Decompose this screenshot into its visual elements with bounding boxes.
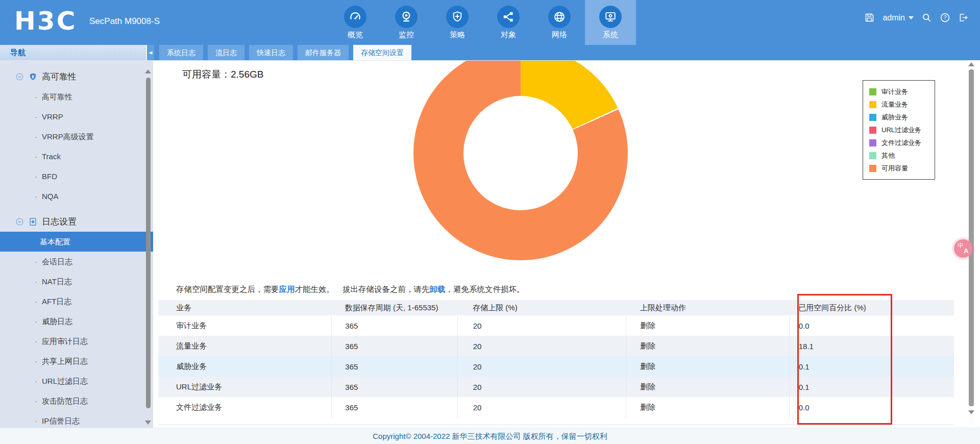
bullet-icon: ·: [35, 277, 37, 286]
table-cell: 365: [332, 336, 457, 356]
sidebar-item-threat-log[interactable]: ·威胁日志: [0, 311, 153, 331]
sidebar-group-high-availability-group[interactable]: 高可靠性: [0, 66, 153, 87]
sidebar-item-app-audit-log[interactable]: ·应用审计日志: [0, 331, 153, 351]
sidebar-item-basic-config[interactable]: 基本配置: [0, 232, 153, 252]
donut-hole: [463, 96, 578, 210]
unmount-link[interactable]: 卸载: [430, 285, 446, 293]
apply-link[interactable]: 应用: [279, 285, 295, 293]
table-cell: 审计业务: [158, 315, 332, 336]
legend-swatch: [869, 127, 876, 134]
bullet-icon: ·: [35, 192, 37, 201]
topnav-item-overview[interactable]: 概览: [330, 0, 381, 45]
legend-label: 其他: [881, 151, 895, 160]
sidebar-item-label: 高可靠性: [42, 92, 72, 101]
gauge-icon: [344, 6, 366, 28]
translate-en-glyph: A: [964, 247, 968, 255]
table-row[interactable]: 文件过滤业务36520删除0.0: [158, 397, 954, 417]
legend-swatch: [869, 101, 876, 108]
sidebar-item-nqa[interactable]: ·NQA: [0, 186, 153, 206]
share-nodes-icon: [497, 6, 520, 28]
tab-system-log[interactable]: 系统日志: [159, 45, 203, 60]
sidebar-item-attack-defense-log[interactable]: ·攻击防范日志: [0, 391, 153, 411]
sidebar-item-url-filter-log[interactable]: ·URL过滤日志: [0, 371, 153, 391]
sidebar-item-label: NAT日志: [42, 277, 72, 286]
tab-flow-log[interactable]: 流日志: [208, 45, 244, 60]
sidebar-item-label: Track: [42, 152, 61, 161]
topnav-item-monitor[interactable]: 监控: [381, 0, 432, 45]
bullet-icon: ·: [35, 357, 37, 365]
storage-chart-area: 可用容量：2.56GB 审计业务流量业务威胁业务URL过滤业务文件过滤业务其他可…: [153, 61, 968, 263]
logout-icon[interactable]: [958, 12, 969, 23]
table-row[interactable]: 威胁业务36520删除0.1: [158, 356, 954, 377]
table-cell: 删除: [626, 356, 790, 377]
sidebar-item-label: 会话日志: [42, 257, 72, 266]
tab-strip-row: 导航 ◀ 系统日志流日志快速日志邮件服务器存储空间设置: [0, 45, 980, 60]
shield-icon: [28, 72, 38, 82]
sidebar-item-nat-log[interactable]: ·NAT日志: [0, 272, 153, 291]
table-cell: 18.1: [789, 336, 954, 356]
table-row[interactable]: 流量业务36520删除18.1: [158, 336, 954, 356]
scroll-down-icon[interactable]: [968, 410, 974, 414]
help-icon[interactable]: ?: [940, 12, 950, 23]
topnav-item-system[interactable]: 系统: [585, 0, 636, 45]
table-cell: 0.0: [789, 315, 954, 336]
table-cell: 0.1: [789, 356, 954, 377]
table-cell: 20: [457, 377, 626, 397]
sidebar-collapse-button[interactable]: ◀: [146, 45, 154, 60]
sidebar-item-bfd[interactable]: ·BFD: [0, 166, 153, 186]
sidebar-group-log-settings-group[interactable]: 日志设置: [0, 211, 153, 232]
table-cell: 20: [457, 315, 626, 336]
legend-swatch: [869, 165, 876, 172]
column-header: 已用空间百分比 (%): [789, 300, 954, 315]
page-scrollbar-thumb[interactable]: [969, 69, 974, 406]
sidebar-item-session-log[interactable]: ·会话日志: [0, 252, 153, 272]
sidebar-item-label: 基本配置: [40, 237, 70, 246]
user-menu[interactable]: admin: [883, 13, 914, 22]
table-row[interactable]: URL过滤业务36520删除0.1: [158, 377, 954, 397]
sidebar-item-aft-log[interactable]: ·AFT日志: [0, 291, 153, 311]
sidebar-item-vrrp[interactable]: ·VRRP: [0, 107, 153, 127]
scroll-down-icon[interactable]: [145, 421, 151, 425]
search-icon[interactable]: [921, 12, 932, 23]
sidebar-item-track[interactable]: ·Track: [0, 146, 153, 166]
sidebar-group-label: 日志设置: [42, 216, 77, 228]
sidebar-item-label: VRRP: [42, 112, 63, 121]
sidebar-item-label: 共享上网日志: [42, 357, 88, 365]
legend-label: 可用容量: [881, 164, 908, 173]
tab-storage-settings[interactable]: 存储空间设置: [353, 45, 411, 60]
svg-text:?: ?: [943, 14, 946, 20]
collapse-circle-icon[interactable]: [15, 72, 24, 81]
scroll-up-icon[interactable]: [145, 69, 151, 73]
scroll-up-icon[interactable]: [968, 62, 974, 66]
table-row[interactable]: 审计业务36520删除0.0: [158, 315, 954, 336]
copyright-text: Copyright© 2004-2022 新华三技术有限公司 版权所有，保留一切…: [373, 432, 607, 440]
sidebar-item-shared-internet-log[interactable]: ·共享上网日志: [0, 351, 153, 371]
topnav-item-objects[interactable]: 对象: [483, 0, 534, 45]
bullet-icon: ·: [35, 92, 37, 101]
sidebar-item-ip-reputation-log[interactable]: ·IP信誉日志: [0, 411, 153, 428]
sidebar-scrollbar[interactable]: [145, 67, 152, 425]
tab-fast-log[interactable]: 快速日志: [249, 45, 293, 60]
legend-item: 威胁业务: [869, 111, 935, 124]
tab-mail-server[interactable]: 邮件服务器: [298, 45, 349, 60]
sidebar-item-label: 攻击防范日志: [42, 397, 88, 405]
legend-item: URL过滤业务: [869, 124, 935, 136]
sidebar-scrollbar-thumb[interactable]: [146, 78, 151, 408]
topnav-item-network[interactable]: 网络: [534, 0, 585, 45]
table-cell: 365: [332, 356, 457, 377]
nav-tree: 高可靠性·高可靠性·VRRP·VRRP高级设置·Track·BFD·NQA日志设…: [0, 60, 153, 428]
legend-swatch: [869, 114, 876, 121]
table-cell: 20: [457, 397, 626, 417]
shield-plus-icon: [446, 6, 469, 28]
table-cell: 删除: [626, 377, 790, 397]
collapse-circle-icon[interactable]: [15, 217, 24, 226]
sidebar-item-high-availability[interactable]: ·高可靠性: [0, 87, 153, 107]
translate-button[interactable]: 中 A: [954, 239, 972, 258]
topnav-label-system: 系统: [603, 30, 618, 40]
globe-icon: [548, 6, 571, 28]
table-cell: 删除: [626, 336, 790, 356]
topnav-item-policy[interactable]: 策略: [432, 0, 483, 45]
chart-legend: 审计业务流量业务威胁业务URL过滤业务文件过滤业务其他可用容量: [863, 80, 935, 180]
sidebar-item-vrrp-advanced[interactable]: ·VRRP高级设置: [0, 127, 153, 146]
save-icon[interactable]: [864, 12, 875, 23]
